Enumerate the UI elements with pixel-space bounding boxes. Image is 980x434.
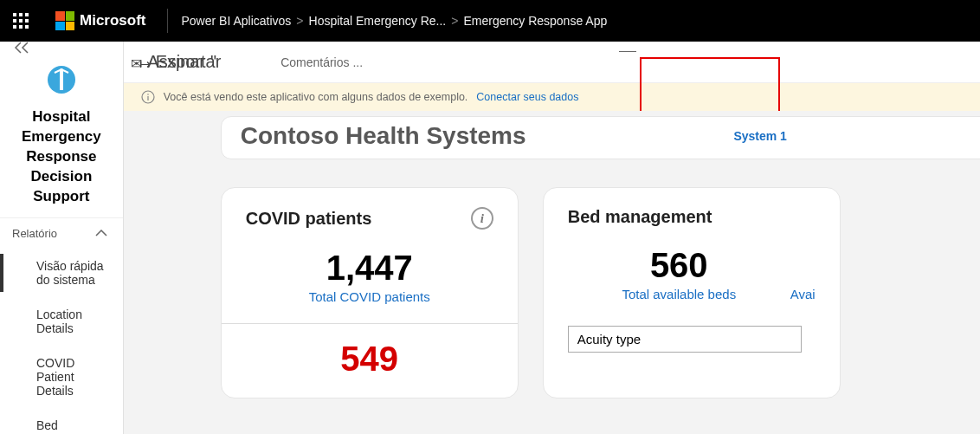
beds-card-title: Bed management bbox=[568, 207, 712, 227]
comments-button[interactable]: Comentários ... bbox=[280, 55, 363, 69]
nav-item-system-overview[interactable]: Visão rápida do sistema bbox=[0, 249, 123, 297]
crumb-workspace[interactable]: Hospital Emergency Re... bbox=[309, 14, 447, 28]
subscribe-quote: " bbox=[210, 52, 216, 72]
svg-point-2 bbox=[60, 68, 63, 72]
svg-point-4 bbox=[147, 94, 149, 95]
sample-data-banner: Você está vendo este aplicativo com algu… bbox=[124, 83, 980, 111]
banner-text: Você está vendo este aplicativo com algu… bbox=[164, 91, 468, 103]
svg-rect-5 bbox=[147, 96, 148, 100]
info-icon bbox=[141, 90, 155, 104]
crumb-app[interactable]: Emergency Response App bbox=[463, 14, 607, 28]
nav-item-covid-patient-details[interactable]: COVID Patient Details bbox=[0, 346, 123, 408]
svg-rect-1 bbox=[60, 69, 63, 90]
acuity-type-dropdown[interactable]: Acuity type bbox=[568, 326, 802, 353]
covid-card-title: COVID patients bbox=[246, 209, 372, 229]
nav-item-location-details[interactable]: Location Details bbox=[0, 297, 123, 346]
sidebar: Hospital Emergency Response Decision Sup… bbox=[0, 42, 124, 434]
crumb-powerbi[interactable]: Power BI Aplicativos bbox=[182, 14, 292, 28]
connect-data-link[interactable]: Conectar seus dados bbox=[476, 91, 578, 103]
breadcrumb: Power BI Aplicativos > Hospital Emergenc… bbox=[182, 14, 608, 28]
beds-total-label[interactable]: Total available beds bbox=[568, 287, 790, 301]
medical-caduceus-icon bbox=[42, 61, 81, 99]
collapse-sidebar-icon[interactable] bbox=[14, 42, 31, 54]
covid-secondary-value: 549 bbox=[246, 340, 493, 379]
beds-total-value: 560 bbox=[568, 246, 790, 285]
covid-total-value: 1,447 bbox=[246, 249, 493, 288]
section-label: Relatório bbox=[12, 227, 57, 240]
app-title: Hospital Emergency Response Decision Sup… bbox=[0, 107, 123, 217]
mail-icon: ✉ bbox=[131, 55, 142, 72]
report-header-card: Contoso Health Systems System 1 All bbox=[221, 116, 980, 159]
report-toolbar: ↦ Exportar ✉ Assinar " Comentários ... bbox=[124, 42, 980, 83]
system-filter-link[interactable]: System 1 bbox=[733, 129, 786, 143]
covid-total-label[interactable]: Total COVID patients bbox=[246, 289, 493, 304]
microsoft-logo: Microsoft bbox=[55, 11, 146, 30]
beds-available-label-cut: Avai bbox=[790, 287, 816, 301]
divider bbox=[167, 9, 168, 33]
subscribe-label: Assinar bbox=[147, 52, 205, 72]
app-launcher-icon[interactable] bbox=[7, 7, 35, 35]
covid-patients-card: COVID patients i 1,447 Total COVID patie… bbox=[221, 187, 519, 398]
divider bbox=[222, 323, 518, 324]
bed-management-card: Bed management 560 Total available beds … bbox=[543, 187, 841, 398]
chevron-up-icon bbox=[95, 230, 107, 236]
app-logo bbox=[0, 54, 123, 107]
report-canvas: Contoso Health Systems System 1 All COVI… bbox=[124, 111, 980, 434]
nav-item-bed-management[interactable]: Bed Management bbox=[0, 408, 123, 434]
organization-title: Contoso Health Systems bbox=[241, 122, 526, 150]
section-header-report[interactable]: Relatório bbox=[0, 217, 123, 249]
decorative-line bbox=[619, 51, 636, 52]
info-icon[interactable]: i bbox=[471, 207, 493, 230]
